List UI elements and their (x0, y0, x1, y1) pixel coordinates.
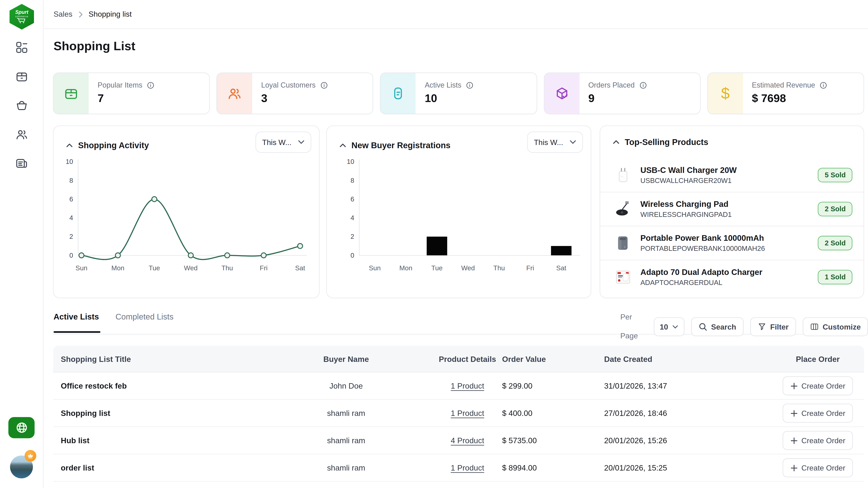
sold-badge: 5 Sold (818, 168, 852, 182)
cell-date-created: 27/01/2026, 18:46 (604, 409, 772, 418)
create-order-button[interactable]: Create Order (782, 404, 853, 423)
dashboard-icon (15, 41, 29, 54)
svg-text:Sat: Sat (295, 264, 305, 272)
users-icon (15, 128, 29, 141)
svg-text:8: 8 (69, 177, 73, 184)
svg-text:Sun: Sun (75, 264, 87, 272)
sidebar-item-products[interactable] (11, 70, 33, 83)
stat-value: 9 (588, 92, 647, 105)
product-details-link[interactable]: 1 Product (451, 463, 484, 472)
product-thumb (613, 266, 633, 288)
svg-text:Thu: Thu (221, 264, 233, 272)
list-icon (391, 86, 406, 101)
cell-title: Office restock feb (53, 381, 258, 390)
per-page-select[interactable]: 10 (654, 317, 684, 336)
stat-label: Active Lists (425, 81, 462, 89)
svg-text:Wed: Wed (461, 264, 475, 272)
cell-date-created: 20/01/2026, 15:26 (604, 436, 772, 445)
svg-text:Thu: Thu (493, 264, 505, 272)
table-row: order list shamli ram 1 Product $ 8994.0… (53, 454, 864, 482)
product-name: Adapto 70 Dual Adapto Charger (640, 268, 762, 276)
per-page-label: Per Page (620, 308, 647, 346)
tab-active-lists[interactable]: Active Lists (54, 312, 99, 321)
stat-card-estimated-revenue: $ Estimated Revenue $ 7698 (707, 72, 864, 114)
table-controls: Per Page 10 Search Filter Customize (620, 308, 868, 346)
chevron-down-icon (672, 325, 678, 329)
stat-icon-panel (217, 73, 252, 114)
create-order-label: Create Order (801, 409, 845, 417)
cart-icon (17, 18, 27, 24)
stat-label: Loyal Customers (261, 81, 316, 89)
cell-order-value: $ 299.00 (501, 381, 604, 390)
sidebar-item-customers[interactable] (11, 128, 33, 141)
stat-label: Orders Placed (588, 81, 635, 89)
chevron-down-icon (569, 140, 576, 144)
stat-icon-panel (54, 73, 89, 114)
svg-text:0: 0 (69, 252, 73, 259)
svg-text:Mon: Mon (399, 264, 412, 272)
collapse-caret-icon[interactable] (66, 142, 73, 148)
product-details-link[interactable]: 1 Product (451, 409, 484, 418)
plus-icon (790, 437, 798, 444)
sidebar-nav (0, 41, 43, 170)
create-order-button[interactable]: Create Order (782, 376, 853, 395)
info-icon[interactable] (639, 81, 647, 89)
customize-button[interactable]: Customize (803, 317, 868, 336)
product-sku: ADAPTOCHARGERDUAL (640, 279, 762, 287)
info-icon[interactable] (147, 81, 155, 89)
shopping-lists-table: Shopping List Title Buyer Name Product D… (53, 346, 864, 488)
col-buyer-name: Buyer Name (258, 354, 434, 363)
globe-icon (15, 421, 28, 434)
info-icon[interactable] (466, 81, 474, 89)
buyers-range-select[interactable]: This W... (527, 132, 583, 153)
chart-title: Shopping Activity (78, 140, 149, 150)
svg-text:Fri: Fri (526, 264, 534, 272)
range-value: This W... (534, 138, 563, 147)
cell-title: order list (53, 463, 258, 472)
sold-badge: 2 Sold (818, 202, 852, 216)
chevron-right-icon (78, 11, 83, 18)
collapse-caret-icon[interactable] (613, 139, 620, 144)
table-row: Shopping list shamli ram 1 Product $ 400… (53, 400, 864, 427)
language-globe-button[interactable] (8, 417, 35, 438)
svg-text:Fri: Fri (260, 264, 268, 272)
product-details-link[interactable]: 4 Product (451, 436, 484, 445)
dollar-icon: $ (721, 85, 730, 102)
cell-buyer: John Doe (258, 381, 434, 390)
list-item: Adapto 70 Dual Adapto Charger ADAPTOCHAR… (600, 260, 863, 294)
range-value: This W... (262, 138, 291, 147)
stat-card-loyal-customers: Loyal Customers 3 (217, 72, 374, 114)
brand-logo[interactable]: Spurt commerce (9, 4, 34, 30)
sidebar-item-dashboard[interactable] (11, 41, 33, 54)
col-date-created: Date Created (604, 354, 772, 363)
cell-buyer: shamli ram (258, 409, 434, 418)
breadcrumb-sales[interactable]: Sales (54, 10, 72, 19)
create-order-button[interactable]: Create Order (782, 431, 853, 450)
filter-button[interactable]: Filter (750, 317, 796, 336)
create-order-label: Create Order (801, 382, 845, 390)
tab-completed-lists[interactable]: Completed Lists (116, 312, 174, 321)
create-order-button[interactable]: Create Order (782, 458, 853, 477)
user-avatar[interactable] (10, 455, 35, 480)
sold-badge: 1 Sold (818, 270, 852, 284)
sold-badge: 2 Sold (818, 236, 852, 250)
collapse-caret-icon[interactable] (339, 142, 346, 148)
product-name: USB-C Wall Charger 20W (640, 166, 737, 174)
search-button[interactable]: Search (691, 317, 743, 336)
info-icon[interactable] (320, 81, 328, 89)
panel-title: Top-Selling Products (625, 137, 708, 147)
stat-card-orders-placed: Orders Placed 9 (544, 72, 701, 114)
basket-icon (15, 99, 29, 112)
sidebar-item-reports[interactable] (11, 157, 33, 170)
sidebar-item-orders[interactable] (11, 99, 33, 112)
product-thumb (613, 233, 633, 254)
product-details-link[interactable]: 1 Product (451, 381, 484, 390)
create-order-label: Create Order (801, 463, 845, 472)
table-row: Office restock feb John Doe 1 Product $ … (53, 372, 864, 400)
search-label: Search (711, 323, 736, 331)
stat-cards: Popular Items 7 Loyal Customers 3 (53, 72, 864, 114)
table-row-partial: Create Order (53, 482, 864, 488)
info-icon[interactable] (819, 81, 828, 89)
activity-range-select[interactable]: This W... (255, 132, 311, 153)
brand-logo-text: Spurt (15, 10, 28, 15)
